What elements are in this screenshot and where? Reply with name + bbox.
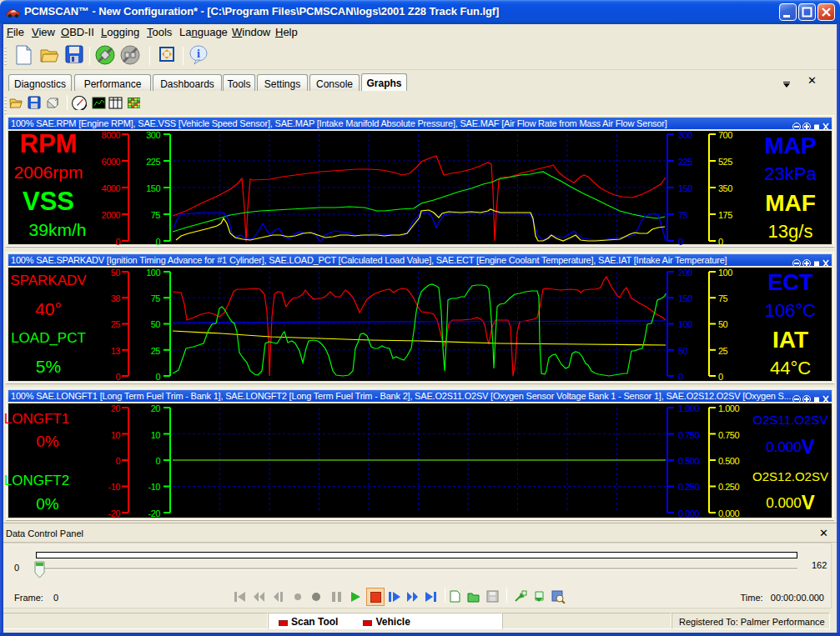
svg-text:i: i bbox=[197, 48, 200, 60]
